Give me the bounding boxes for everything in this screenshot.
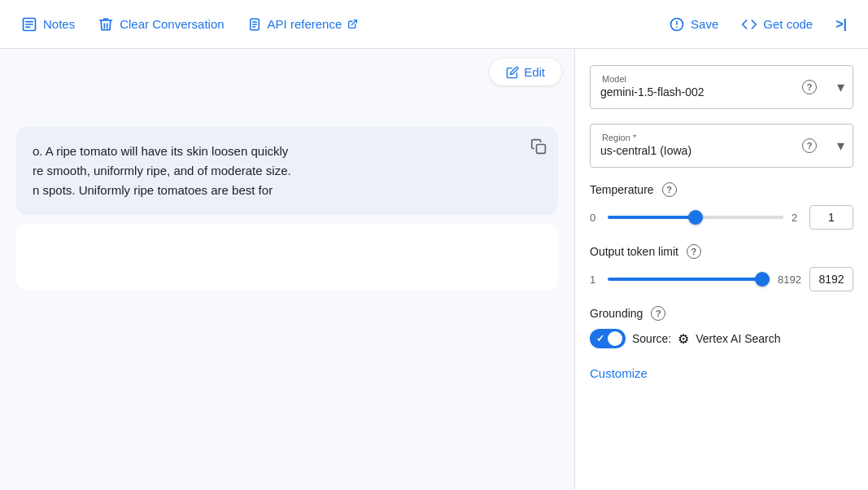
region-help-icon[interactable]: ? (802, 138, 817, 153)
edit-icon (506, 66, 519, 79)
code-icon (741, 16, 757, 33)
temp-max-label: 2 (792, 212, 801, 224)
grounding-help-icon[interactable]: ? (651, 306, 665, 321)
temperature-slider[interactable] (608, 216, 783, 219)
right-panel: Model gemini-1.5-flash-002 ▾ ? Region * … (575, 49, 868, 490)
external-link-icon (347, 19, 358, 29)
token-slider-row: 1 8192 8192 (590, 267, 853, 291)
temperature-help-icon[interactable]: ? (662, 182, 677, 197)
toggle-track: ✓ (590, 329, 626, 348)
message-block-2 (16, 225, 558, 290)
vertex-icon: ⚙ (678, 331, 689, 347)
api-label: API reference (268, 17, 342, 31)
message-text: o. A ripe tomato will have its skin loos… (33, 144, 291, 197)
save-icon (669, 16, 685, 33)
left-panel: Edit o. A ripe tomato will have its skin… (0, 49, 575, 490)
grounding-source-value: Vertex AI Search (696, 332, 780, 345)
grounding-row: ✓ Source: ⚙ Vertex AI Search (590, 329, 853, 348)
notes-label: Notes (43, 17, 75, 31)
token-value[interactable]: 8192 (809, 267, 853, 291)
clear-icon (98, 16, 114, 33)
toggle-thumb (608, 331, 622, 346)
nav-api-reference[interactable]: API reference (236, 11, 370, 38)
edit-button[interactable]: Edit (490, 59, 561, 85)
nav-clear-conversation[interactable]: Clear Conversation (86, 10, 235, 39)
temperature-value[interactable]: 1 (809, 205, 853, 230)
message-block: o. A ripe tomato will have its skin loos… (16, 127, 558, 215)
temperature-slider-container (608, 209, 783, 225)
notes-icon (21, 16, 37, 33)
grounding-toggle[interactable]: ✓ (590, 329, 626, 348)
temp-min-label: 0 (590, 212, 600, 224)
token-slider[interactable] (608, 278, 770, 281)
collapse-label: >| (835, 17, 847, 32)
api-icon (247, 17, 262, 32)
token-title: Output token limit (590, 245, 678, 258)
svg-rect-10 (537, 145, 546, 154)
clear-label: Clear Conversation (120, 17, 224, 31)
grounding-source-label: Source: (632, 332, 671, 345)
copy-button[interactable] (527, 135, 550, 160)
model-label: Model (599, 74, 630, 84)
grounding-title: Grounding (590, 307, 643, 320)
temperature-title: Temperature (590, 183, 654, 196)
model-help-icon[interactable]: ? (802, 80, 817, 94)
region-field-group: Region * us-central1 (Iowa) ▾ ? (590, 124, 853, 168)
nav-save[interactable]: Save (657, 10, 730, 39)
svg-line-8 (352, 20, 357, 25)
grounding-section: Grounding ? ✓ Source: ⚙ Vertex AI Search (590, 306, 853, 348)
nav-collapse[interactable]: >| (824, 11, 858, 38)
token-max-label: 8192 (778, 273, 801, 286)
main-area: Edit o. A ripe tomato will have its skin… (0, 49, 868, 490)
token-help-icon[interactable]: ? (687, 244, 701, 259)
copy-icon (530, 138, 547, 155)
region-select-wrapper: Region * us-central1 (Iowa) ▾ ? (590, 124, 853, 168)
text-content-area: o. A ripe tomato will have its skin loos… (0, 114, 574, 490)
customize-button[interactable]: Customize (590, 363, 648, 383)
temperature-slider-row: 0 2 1 (590, 205, 853, 230)
region-label: Region * (599, 133, 639, 142)
token-min-label: 1 (590, 273, 600, 286)
toggle-check-icon: ✓ (596, 333, 604, 344)
model-select-wrapper: Model gemini-1.5-flash-002 ▾ ? (590, 65, 853, 109)
token-section: Output token limit ? 1 8192 8192 (590, 244, 853, 291)
save-label: Save (691, 17, 718, 31)
temperature-section: Temperature ? 0 2 1 (590, 182, 853, 230)
model-field-group: Model gemini-1.5-flash-002 ▾ ? (590, 65, 853, 109)
nav-notes[interactable]: Notes (10, 10, 86, 39)
customize-section: Customize (590, 363, 853, 383)
token-slider-container (608, 271, 770, 287)
get-code-label: Get code (763, 17, 813, 31)
nav-get-code[interactable]: Get code (730, 10, 824, 39)
edit-label: Edit (524, 65, 545, 79)
top-nav: Notes Clear Conversation API reference (0, 0, 868, 49)
